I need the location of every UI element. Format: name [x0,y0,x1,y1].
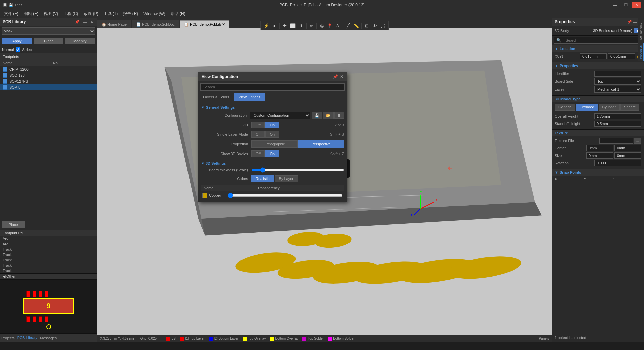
tab-schdoc[interactable]: 📄 PCB_demo.SchDoc [132,20,179,28]
toolbar-pin[interactable]: 📍 [326,22,333,29]
quick-access-redo[interactable]: ↪ [19,3,22,7]
fp-primitives-header[interactable]: Footprint Pri... [0,230,97,236]
toolbar-measure[interactable]: 📏 [353,22,360,29]
mask-select[interactable]: Mask [2,27,95,35]
copper-slider[interactable] [228,193,343,198]
menu-file[interactable]: 文件 (F) [1,10,21,17]
clear-button[interactable]: Clear [34,38,64,44]
thickness-range[interactable] [251,167,344,173]
minimize-button[interactable]: — [610,2,620,8]
toolbar-plus[interactable]: ✚ [281,22,288,29]
toolbar-upload[interactable]: ⬆ [297,22,305,29]
toolbar-brush[interactable]: ✏ [308,22,315,29]
show-on-btn[interactable]: On [265,150,279,157]
realistic-btn[interactable]: Realistic [251,175,274,182]
vc-tab-layers[interactable]: Layers & Colors [198,93,234,101]
fp-row[interactable]: SOP127P6 [0,78,97,84]
vc-close[interactable]: ✕ [340,74,343,79]
cylinder-btn[interactable]: Cylinder [599,104,620,111]
properties-header[interactable]: ▼ Properties [552,62,644,69]
center-y-input[interactable] [614,145,641,151]
toolbar-expand[interactable]: ⛶ [379,22,386,29]
fp-row[interactable]: CHIP_1206 [0,66,97,72]
config-delete-btn[interactable]: 🗑 [334,112,344,119]
ortho-btn[interactable]: Orthographic [251,140,298,148]
config-save-btn[interactable]: 💾 [312,112,322,119]
sl-off-btn[interactable]: Off [251,131,265,138]
fp-row-selected[interactable]: SOP-8 [0,84,97,90]
panel-minimize[interactable]: — [82,20,88,24]
tab-home[interactable]: 🏠 Home Page [97,20,131,28]
menu-place[interactable]: 放置 (P) [81,10,101,17]
vc-search-input[interactable] [200,83,345,91]
vc-tab-options[interactable]: View Options [234,93,265,101]
x-input[interactable] [580,53,607,59]
3d-on-btn[interactable]: On [265,122,279,128]
center-x-input[interactable] [586,145,613,151]
menu-project[interactable]: 工程 (C) [61,10,81,17]
rotation-input[interactable] [594,160,641,166]
menu-edit[interactable]: 编辑 (E) [21,10,41,17]
y-input[interactable] [608,53,635,59]
quick-access-undo[interactable]: ↩ [15,3,18,7]
menu-view[interactable]: 视图 (V) [41,10,61,17]
fp-row[interactable]: SOD-123 [0,72,97,78]
menu-window[interactable]: Window (W) [141,11,168,17]
persp-btn[interactable]: Perspective [298,140,344,148]
show-off-btn[interactable]: Off [251,150,265,157]
3d-settings-header[interactable]: ▼ 3D Settings [201,160,344,167]
toolbar-rect[interactable]: ⬜ [289,22,297,29]
sphere-btn[interactable]: Sphere [620,104,639,111]
close-button[interactable]: ✕ [632,2,641,8]
extruded-btn[interactable]: Extruded [576,104,598,111]
magnify-button[interactable]: Magnify [65,38,95,44]
layer-select[interactable]: Mechanical 1 [594,86,641,93]
tab-pcblib[interactable]: 📋 PCB_demo.PcbLib ✕ [180,20,229,28]
rp-search-input[interactable] [564,37,642,43]
menu-help[interactable]: 帮助 (H) [168,10,188,17]
toolbar-grid[interactable]: ⊞ [363,22,370,29]
location-header[interactable]: ▼ Location [552,45,644,52]
standoff-height-input[interactable] [594,121,641,127]
overall-height-input[interactable] [594,113,641,119]
tab-projects[interactable]: Projects [1,336,15,340]
texture-browse-btn[interactable]: ... [634,138,641,144]
toolbar-eye[interactable]: 👁 [371,22,378,29]
panel-pin[interactable]: 📌 [74,20,81,24]
general-settings-header[interactable]: ▼ General Settings [201,104,344,112]
size-x-input[interactable] [586,152,613,159]
components-tab[interactable]: Components [638,21,644,42]
rp-minimize[interactable]: — [633,20,637,24]
quick-access-save[interactable]: 💾 [9,3,13,7]
menu-tools[interactable]: 工具 (T) [101,10,121,17]
panel-close[interactable]: ✕ [89,20,94,24]
toolbar-filter[interactable]: ⚡ [263,22,270,29]
toolbar-circle[interactable]: ◎ [318,22,325,29]
place-button[interactable]: Place [2,221,25,228]
apply-button[interactable]: Apply [2,38,32,44]
config-select[interactable]: Custom Configuration [250,112,310,119]
toolbar-text[interactable]: A [334,22,341,29]
config-load-btn[interactable]: 📂 [323,112,334,119]
properties-tab[interactable]: Properties [638,43,644,61]
generic-btn[interactable]: Generic [555,104,575,111]
rp-pin[interactable]: 📌 [627,20,632,24]
tab-pcb-library[interactable]: PCB Library [17,336,37,340]
restore-button[interactable]: ❐ [621,2,631,8]
size-y-input[interactable] [614,152,641,159]
toolbar-arrow[interactable]: ➤ [271,22,278,29]
other-header[interactable]: ◀ Other [0,274,97,279]
identifier-input[interactable] [594,71,641,77]
toolbar-line[interactable]: ╱ [344,22,352,29]
3d-off-btn[interactable]: Off [251,122,265,128]
board-side-select[interactable]: Top Bottom [594,78,641,85]
menu-reports[interactable]: 报告 (R) [120,10,141,17]
select-checkbox[interactable] [16,47,20,52]
tab-messages[interactable]: Messages [40,336,57,340]
texture-file-input[interactable] [599,138,633,144]
snap-points-header[interactable]: ▼ Snap Points [552,169,644,176]
panels-btn[interactable]: Panels [539,337,549,340]
vc-pin[interactable]: 📌 [333,74,338,79]
bylayer-btn[interactable]: By Layer [275,175,298,182]
canvas-area[interactable]: 🏠 Home Page 📄 PCB_demo.SchDoc 📋 PCB_demo… [97,18,552,342]
